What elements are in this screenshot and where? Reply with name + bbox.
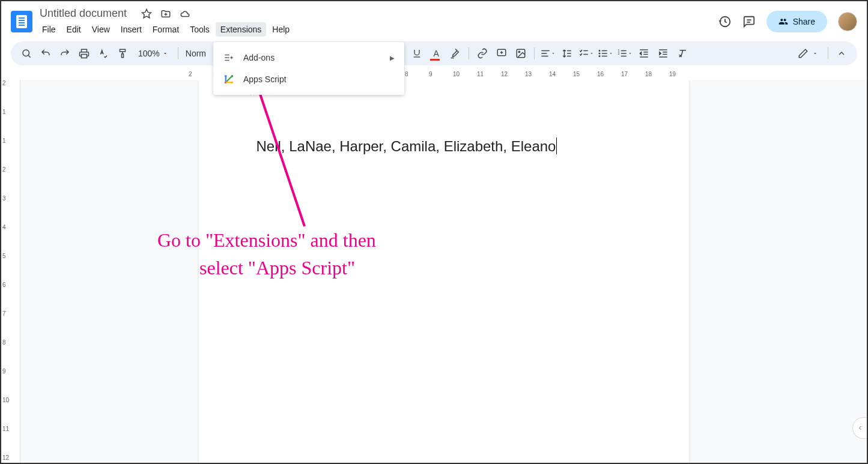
paragraph-style-select[interactable]: Norm bbox=[183, 49, 208, 58]
docs-logo-icon[interactable] bbox=[11, 11, 32, 32]
cloud-icon[interactable] bbox=[180, 8, 190, 19]
text-cursor bbox=[556, 137, 557, 154]
share-button[interactable]: Share bbox=[766, 11, 827, 32]
move-icon[interactable] bbox=[160, 8, 171, 19]
image-icon[interactable] bbox=[512, 45, 529, 62]
highlight-icon[interactable] bbox=[447, 45, 464, 62]
menu-extensions[interactable]: Extensions bbox=[216, 22, 266, 37]
apps-script-icon bbox=[223, 73, 235, 85]
share-icon bbox=[778, 17, 788, 26]
add-comment-icon[interactable] bbox=[493, 45, 510, 62]
comment-icon[interactable] bbox=[742, 15, 756, 28]
svg-point-3 bbox=[23, 50, 29, 56]
redo-icon[interactable] bbox=[56, 45, 73, 62]
clear-format-icon[interactable] bbox=[674, 45, 691, 62]
numbered-list-icon[interactable]: 12 bbox=[616, 45, 633, 62]
collapse-toolbar-icon[interactable] bbox=[833, 45, 850, 62]
page-area: Neil, LaNae, Harper, Camila, Elizabeth, … bbox=[20, 80, 867, 464]
menu-file[interactable]: File bbox=[37, 22, 61, 37]
indent-decrease-icon[interactable] bbox=[636, 45, 652, 62]
svg-point-12 bbox=[518, 51, 520, 52]
document-text[interactable]: Neil, LaNae, Harper, Camila, Elizabeth, … bbox=[256, 137, 631, 155]
undo-icon[interactable] bbox=[37, 45, 54, 62]
share-label: Share bbox=[793, 17, 815, 26]
line-spacing-icon[interactable] bbox=[559, 45, 575, 62]
chevron-right-icon: ▶ bbox=[390, 55, 395, 61]
editing-mode-button[interactable] bbox=[793, 46, 823, 61]
menu-insert[interactable]: Insert bbox=[116, 22, 147, 37]
chevron-down-icon bbox=[812, 50, 818, 56]
align-icon[interactable] bbox=[539, 45, 556, 62]
separator bbox=[469, 47, 469, 59]
header-right: Share bbox=[718, 11, 857, 32]
title-row: Untitled document bbox=[37, 6, 714, 21]
svg-marker-0 bbox=[142, 9, 151, 17]
pencil-icon bbox=[798, 48, 809, 59]
text-color-icon[interactable]: A bbox=[428, 45, 445, 62]
addons-icon bbox=[223, 52, 235, 64]
separator bbox=[178, 47, 178, 59]
separator bbox=[534, 47, 535, 59]
vertical-ruler: 2112345678910111213 bbox=[1, 80, 20, 464]
horizontal-ruler: 2112345678910111213141516171819 bbox=[20, 70, 867, 80]
apps-script-label: Apps Script bbox=[243, 74, 287, 84]
menu-tools[interactable]: Tools bbox=[185, 22, 214, 37]
menu-bar: File Edit View Insert Format Tools Exten… bbox=[37, 22, 714, 37]
dropdown-addons[interactable]: Add-ons ▶ bbox=[213, 47, 404, 68]
menu-format[interactable]: Format bbox=[148, 22, 184, 37]
svg-line-4 bbox=[28, 55, 30, 57]
menu-edit[interactable]: Edit bbox=[62, 22, 86, 37]
underline-icon[interactable] bbox=[408, 45, 425, 62]
svg-text:2: 2 bbox=[618, 52, 620, 55]
svg-point-22 bbox=[599, 53, 600, 54]
star-icon[interactable] bbox=[141, 8, 152, 19]
document-title[interactable]: Untitled document bbox=[37, 6, 129, 21]
indent-increase-icon[interactable] bbox=[655, 45, 672, 62]
search-icon[interactable] bbox=[18, 45, 35, 62]
title-icons bbox=[141, 8, 190, 19]
dropdown-apps-script[interactable]: Apps Script bbox=[213, 68, 404, 90]
format-paint-icon[interactable] bbox=[114, 45, 131, 62]
header: Untitled document File Edit View Insert … bbox=[1, 1, 867, 41]
link-icon[interactable] bbox=[474, 45, 491, 62]
menu-help[interactable]: Help bbox=[267, 22, 294, 37]
svg-point-23 bbox=[599, 56, 600, 57]
separator bbox=[828, 47, 828, 59]
user-avatar[interactable] bbox=[838, 12, 857, 31]
document-page[interactable]: Neil, LaNae, Harper, Camila, Elizabeth, … bbox=[199, 80, 689, 464]
toolbar: 100% Norm A 12 bbox=[11, 41, 857, 65]
extensions-dropdown: Add-ons ▶ Apps Script bbox=[213, 42, 404, 95]
addons-label: Add-ons bbox=[243, 53, 275, 62]
menu-view[interactable]: View bbox=[87, 22, 115, 37]
chevron-down-icon bbox=[162, 50, 168, 56]
checklist-icon[interactable] bbox=[578, 45, 595, 62]
bulleted-list-icon[interactable] bbox=[597, 45, 614, 62]
workspace: 2112345678910111213 Neil, LaNae, Harper,… bbox=[1, 80, 867, 464]
title-area: Untitled document File Edit View Insert … bbox=[37, 6, 714, 37]
print-icon[interactable] bbox=[76, 45, 93, 62]
spellcheck-icon[interactable] bbox=[95, 45, 112, 62]
svg-point-21 bbox=[599, 50, 600, 52]
zoom-select[interactable]: 100% bbox=[133, 49, 173, 58]
svg-rect-5 bbox=[82, 55, 87, 58]
history-icon[interactable] bbox=[718, 15, 732, 28]
